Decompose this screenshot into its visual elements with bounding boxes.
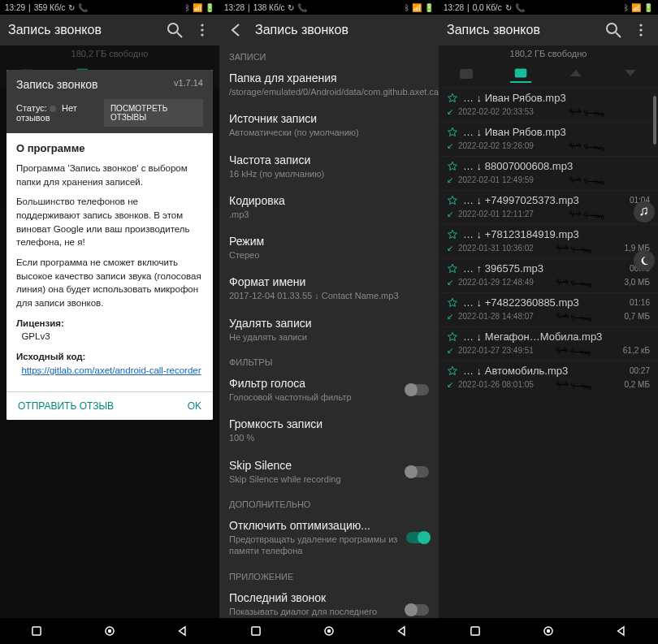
battery-icon: 🔋 (643, 3, 653, 12)
app-bar: Запись звонков (219, 15, 439, 45)
back-icon[interactable] (227, 21, 245, 39)
rec-date: 2022-02-02 20:33:53 (458, 107, 534, 116)
star-icon[interactable] (447, 297, 458, 309)
list-item[interactable]: … ↓ +74822360885.mp301:16↙2022-01-28 14:… (439, 292, 658, 326)
settings-title: Отключить оптимизацию... (229, 519, 398, 532)
list-item[interactable]: … ↓ Иван Рябов.mp3↙2022-02-02 19:26:09 (439, 122, 658, 156)
section-header: ПРИЛОЖЕНИЕ (219, 565, 439, 585)
tab-all-icon[interactable] (456, 65, 477, 83)
nav-recent-icon[interactable] (469, 625, 482, 638)
rec-size: 0,2 МБ (624, 380, 650, 389)
star-icon[interactable] (447, 229, 458, 240)
settings-item[interactable]: Папка для хранения/storage/emulated/0/An… (219, 65, 439, 106)
star-icon[interactable] (447, 331, 458, 343)
toggle-switch[interactable] (406, 466, 429, 478)
list-item[interactable]: … ↓ 88007000608.mp3↙2022-02-01 12:49:59 (439, 156, 658, 190)
settings-item[interactable]: Skip SilenceSkip Silence while recording (219, 452, 439, 493)
about-p1: Программа 'Запись звонков' с выбором пап… (16, 162, 203, 188)
waveform-icon (539, 106, 645, 117)
nav-recent-icon[interactable] (249, 625, 262, 638)
more-icon[interactable] (632, 21, 650, 39)
status-row: Статус: Нет отзывов (16, 103, 104, 123)
view-reviews-button[interactable]: ПОСМОТРЕТЬ ОТЗЫВЫ (104, 99, 203, 127)
settings-title: Папка для хранения (229, 71, 439, 84)
settings-subtitle: 2017-12-04 01.33.55 ↓ Contact Name.mp3 (229, 290, 429, 301)
send-review-button[interactable]: ОТПРАВИТЬ ОТЗЫВ (18, 400, 114, 412)
bluetooth-icon: ᛒ (185, 3, 190, 12)
settings-subtitle: Автоматически (по умолчанию) (229, 127, 429, 138)
nav-back-icon[interactable] (615, 625, 628, 638)
list-item[interactable]: … ↓ Автомобиль.mp300:27↙2022-01-26 08:01… (439, 361, 658, 395)
scroll-thumb[interactable] (653, 96, 656, 145)
music-fab[interactable] (634, 201, 655, 223)
nav-home-icon[interactable] (103, 625, 116, 638)
tab-in-icon[interactable] (565, 65, 587, 83)
rec-size: 3,0 МБ (624, 278, 650, 287)
list-item[interactable]: … ↓ Мегафон…Мобила.mp3↙2022-01-27 23:49:… (439, 326, 658, 361)
tab-fav-icon[interactable] (510, 65, 531, 83)
toggle-switch[interactable] (406, 532, 429, 543)
toggle-switch[interactable] (406, 384, 429, 395)
nav-back-icon[interactable] (176, 625, 189, 638)
source-link[interactable]: https://gitlab.com/axet/android-call-rec… (21, 365, 201, 375)
nav-recent-icon[interactable] (30, 625, 43, 638)
direction-icon: ↙ (447, 312, 453, 321)
recordings-list[interactable]: … ↓ Иван Рябов.mp3↙2022-02-02 20:33:53… … (439, 88, 658, 618)
settings-title: Последний звонок (229, 591, 398, 604)
settings-item[interactable]: Источник записиАвтоматически (по умолчан… (219, 106, 439, 146)
ok-button[interactable]: OK (188, 400, 201, 412)
list-item[interactable]: … ↑ 396575.mp306:00↙2022-01-29 12:48:493… (439, 258, 658, 292)
star-icon[interactable] (447, 127, 458, 138)
rec-name: … ↓ +78123184919.mp3 (463, 228, 645, 240)
settings-item[interactable]: Формат имени2017-12-04 01.33.55 ↓ Contac… (219, 269, 439, 309)
more-icon[interactable] (193, 21, 211, 39)
search-icon[interactable] (604, 21, 622, 39)
nav-home-icon[interactable] (323, 625, 335, 638)
settings-item[interactable]: Удалять записиНе удалять записи (219, 310, 439, 351)
signal-icon: 📶 (412, 3, 422, 12)
list-item[interactable]: … ↓ +78123184919.mp3↙2022-01-31 10:36:02… (439, 224, 658, 258)
nav-back-icon[interactable] (396, 625, 409, 638)
rec-date: 2022-02-01 12:49:59 (458, 175, 534, 184)
direction-icon: ↙ (447, 346, 453, 355)
waveform-icon (539, 276, 620, 287)
rec-name: … ↓ Мегафон…Мобила.mp3 (463, 331, 645, 343)
about-p3: Если программа не сможет включить высоко… (16, 256, 203, 310)
star-icon[interactable] (447, 93, 458, 104)
tab-out-icon[interactable] (620, 65, 641, 83)
settings-title: Формат имени (229, 275, 429, 288)
about-dialog: Запись звонков v1.7.14 Статус: Нет отзыв… (6, 70, 213, 420)
settings-item[interactable]: РежимСтерео (219, 228, 439, 269)
list-item[interactable]: … ↓ Иван Рябов.mp3↙2022-02-02 20:33:53 (439, 88, 658, 122)
settings-item[interactable]: Громкость записи100 % (219, 411, 439, 452)
settings-title: Кодировка (229, 194, 429, 207)
settings-item[interactable]: Последний звонокПоказывать диалог для по… (219, 585, 439, 618)
star-icon[interactable] (447, 161, 458, 172)
section-header: ДОПОЛНИТЕЛЬНО (219, 493, 439, 512)
status-time: 13:28 (444, 3, 464, 12)
status-bar: 13:28 | 138 Кб/с ↻ 📞 ᛒ📶🔋 (219, 0, 439, 15)
battery-icon: 🔋 (205, 3, 214, 12)
nav-bar (219, 618, 439, 644)
status-time: 13:28 (224, 3, 245, 12)
star-icon[interactable] (447, 195, 458, 206)
settings-item[interactable]: Частота записи16 kHz (по умолчанию) (219, 147, 439, 188)
toggle-switch[interactable] (406, 604, 429, 616)
star-icon[interactable] (447, 365, 458, 377)
list-item[interactable]: … ↓ +74997025373.mp301:04↙2022-02-01 12:… (439, 190, 658, 224)
night-fab[interactable] (634, 250, 655, 271)
waveform-icon (539, 242, 620, 253)
settings-list[interactable]: ЗАПИСИПапка для хранения/storage/emulate… (219, 45, 439, 618)
source-label: Исходный код: (16, 352, 85, 361)
nav-home-icon[interactable] (542, 625, 555, 638)
settings-item[interactable]: Кодировка.mp3 (219, 188, 439, 228)
settings-title: Частота записи (229, 153, 429, 166)
phone-icon: 📞 (78, 3, 88, 12)
settings-item[interactable]: Фильтр голосаГолосовой частотный фильтр (219, 370, 439, 411)
settings-item[interactable]: Отключить оптимизацию...Предотвращать уд… (219, 512, 439, 565)
star-icon[interactable] (447, 263, 458, 274)
app-bar: Запись звонков (439, 15, 658, 45)
app-title: Запись звонков (8, 23, 156, 37)
rec-duration: 00:27 (630, 366, 650, 375)
search-icon[interactable] (166, 21, 184, 39)
